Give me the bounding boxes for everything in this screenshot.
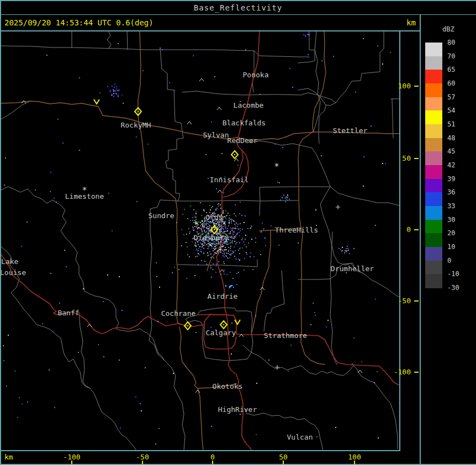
city-label: Okotoks [213,382,243,390]
plus-marker-icon [336,205,340,209]
y-axis-tick-mark [414,229,419,230]
colorbar-tick-label: 80 [447,39,455,46]
colorbar-tick-label: 65 [447,66,455,73]
x-axis-tick-mark [212,461,213,464]
colorbar-swatch [425,56,442,70]
y-axis-tick-label: 100 [389,82,411,90]
y-axis-tick-label: 0 [389,225,411,234]
city-label: Innisfail [210,176,248,184]
city-label: Banff [57,309,79,317]
caret-marker-icon [218,190,222,193]
colorbar-swatch [425,165,442,179]
colorbar-swatch [425,247,442,261]
caret-marker-icon [217,107,221,110]
city-label: Didsbury [194,234,229,242]
colorbar-swatch [425,179,442,193]
colorbar-tick-label: 57 [447,93,455,101]
colorbar-tick-label: 0 [447,257,451,265]
colorbar-tick-label: 30 [447,216,455,224]
x-axis-tick-label: -100 [63,453,80,461]
x-axis-tick-mark [71,461,72,464]
radar-site-diamond-icon [231,151,238,158]
vee-marker-icon [94,99,99,104]
colorbar-tick-label: 70 [447,52,455,60]
city-label: Lacombe [234,101,264,109]
city-label: Sundre [149,212,174,220]
y-axis-tick-mark [414,158,419,159]
colorbar-tick-label: 51 [447,120,455,128]
city-label: ThreeHills [275,226,318,234]
y-axis-tick-label: -50 [389,297,411,305]
city-label: Olds [205,213,223,221]
colorbar-tick-label: 45 [447,147,455,155]
y-axis-tick-label: -100 [389,368,411,376]
city-label: HighRiver [218,405,257,414]
city-label: Sylvan [203,131,229,139]
x-axis-tick-label: 0 [210,453,215,461]
colorbar-tick-label: 42 [447,161,455,169]
colorbar-swatch [425,151,442,165]
x-axis-tick-mark [142,461,143,464]
caret-marker-icon [220,270,224,272]
vee-marker-icon [235,320,240,324]
x-axis-tick-label: 100 [348,453,361,461]
x-axis-tick-label: 50 [279,453,288,461]
radar-site-diamond-icon [220,321,227,329]
city-label: Airdrie [208,292,238,300]
colorbar-swatch [425,192,442,206]
city-label: RockyMH [121,121,151,129]
city-label: Lake [1,257,18,266]
city-label: Stettler [333,126,368,135]
x-axis-tick-label: -50 [136,453,149,461]
city-label: Cochrane [161,309,196,318]
asterisk-marker-icon: * [274,162,279,172]
colorbar-tick-label: 10 [447,243,455,251]
city-label: Calgary [206,329,236,337]
colorbar-tick-label: -10 [447,270,459,278]
x-axis-tick-mark [354,461,355,464]
colorbar-swatch [425,43,442,56]
caret-marker-icon [195,390,200,393]
colorbar-swatch [425,97,442,111]
colorbar-swatch [425,220,442,234]
colorbar-tick-label: 36 [447,188,455,196]
y-axis-tick-mark [414,86,419,87]
y-axis-tick-label: 50 [389,154,411,162]
colorbar-swatch [425,233,442,247]
map-layers: **PonokaLacombeBlackfaldsSylvanRedDeerSt… [0,31,399,451]
colorbar-swatch [425,206,442,220]
y-axis-tick-mark [414,372,419,373]
bottom-axis-unit-label: km [4,453,13,461]
colorbar-swatch [425,274,442,288]
city-label: Blackfalds [223,119,266,127]
colorbar-tick-label: 39 [447,175,455,183]
colorbar-tick-label: 33 [447,202,455,210]
colorbar-unit-label: dBZ [442,25,454,33]
colorbar-tick-label: 60 [447,80,455,87]
city-label: Limestone [65,192,104,200]
colorbar-swatch [425,110,442,124]
colorbar-swatch [425,124,442,138]
city-labels: PonokaLacombeBlackfaldsSylvanRedDeerStet… [0,71,374,441]
y-axis-tick-mark [414,300,419,302]
colorbar-tick-label: 48 [447,134,455,142]
caret-marker-icon [187,121,192,124]
colorbar-swatch [425,70,442,83]
city-label: Drumheller [331,265,374,273]
colorbar-swatch [425,261,442,274]
x-axis-tick-mark [283,461,284,464]
map-markers: ** [22,78,362,393]
city-label: Strathmore [264,331,307,340]
city-label: Ponoka [243,71,269,79]
colorbar-swatch [425,138,442,152]
city-label: Vulcan [287,433,313,441]
radar-app-window: Base_Reflectivity 2025/09/20 14:53:44 UT… [0,0,476,465]
city-label: RedDeer [228,136,258,145]
colorbar-tick-label: 20 [447,229,455,237]
colorbar-tick-label: 54 [447,107,455,114]
city-label: Louise [0,268,26,277]
colorbar-swatch [425,83,442,97]
colorbar-tick-label: -30 [447,284,459,292]
caret-marker-icon [199,78,204,81]
